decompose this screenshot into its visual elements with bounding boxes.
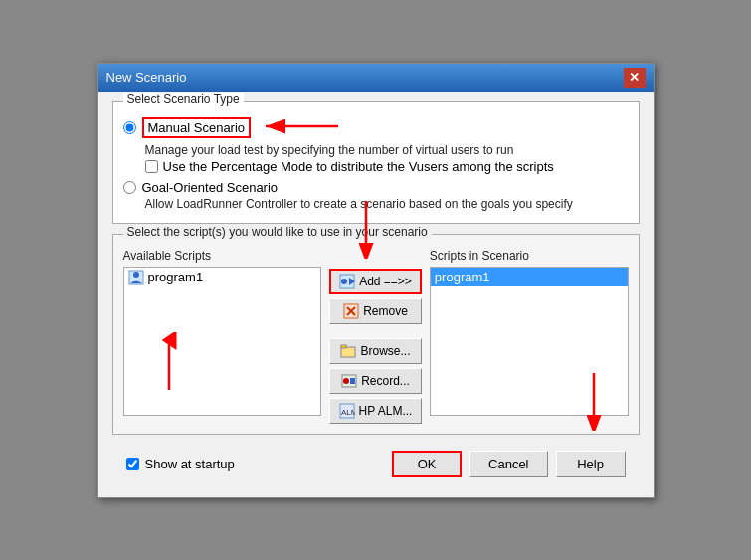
available-scripts-panel: Available Scripts program1 <box>123 249 322 424</box>
help-button[interactable]: Help <box>556 451 626 477</box>
scripts-group-label: Select the script(s) you would like to u… <box>123 225 432 239</box>
scenario-scripts-list[interactable]: program1 <box>430 267 629 416</box>
goal-oriented-radio[interactable] <box>123 181 136 194</box>
close-button[interactable]: ✕ <box>624 68 646 88</box>
scripts-group: Select the script(s) you would like to u… <box>112 234 640 435</box>
scenario-scripts-panel: Scripts in Scenario program1 <box>430 249 629 424</box>
remove-button[interactable]: Remove <box>329 298 422 324</box>
dialog-body: Select Scenario Type Manual Scenario <box>98 92 654 497</box>
ok-button[interactable]: OK <box>392 451 462 477</box>
show-at-startup-checkbox[interactable] <box>126 458 139 470</box>
footer-left: Show at startup <box>126 457 235 471</box>
dialog-title: New Scenario <box>106 70 187 85</box>
svg-point-17 <box>343 378 349 384</box>
browse-icon <box>340 343 356 359</box>
scenario-program1-name: program1 <box>435 270 490 284</box>
available-scripts-list[interactable]: program1 <box>123 267 322 416</box>
percentage-mode-label: Use the Percentage Mode to distribute th… <box>163 159 554 174</box>
svg-point-9 <box>341 279 347 284</box>
goal-oriented-row: Goal-Oriented Scenario <box>123 180 629 195</box>
vuser-icon <box>128 270 144 285</box>
record-icon <box>341 373 357 389</box>
scripts-layout: Available Scripts program1 <box>123 249 629 424</box>
footer: Show at startup OK Cancel Help <box>112 445 640 487</box>
show-at-startup-label: Show at startup <box>145 457 235 471</box>
add-button[interactable]: Add ==>> <box>329 269 422 294</box>
available-label: Available Scripts <box>123 249 322 263</box>
browse-button[interactable]: Browse... <box>329 338 422 364</box>
manual-scenario-label: Manual Scenario <box>142 117 252 138</box>
scenario-label: Scripts in Scenario <box>430 249 629 263</box>
manual-scenario-radio[interactable] <box>123 121 136 134</box>
available-arrow-annotation <box>154 332 184 395</box>
footer-right: OK Cancel Help <box>392 451 625 477</box>
svg-point-3 <box>133 272 139 278</box>
add-icon <box>339 274 355 289</box>
manual-arrow-annotation <box>261 114 340 141</box>
new-scenario-dialog: New Scenario ✕ Select Scenario Type Manu… <box>97 63 655 498</box>
svg-text:ALM: ALM <box>341 408 355 417</box>
hpalm-button[interactable]: ALM HP ALM... <box>329 398 422 424</box>
cancel-button[interactable]: Cancel <box>469 451 547 477</box>
scenario-type-group: Select Scenario Type Manual Scenario <box>112 101 640 224</box>
record-button[interactable]: Record... <box>329 368 422 394</box>
middle-buttons: Add ==>> Remove <box>329 249 422 424</box>
scenario-program1-item[interactable]: program1 <box>431 268 628 286</box>
goal-oriented-label: Goal-Oriented Scenario <box>142 180 279 195</box>
manual-scenario-row: Manual Scenario <box>123 114 629 141</box>
percentage-mode-checkbox[interactable] <box>145 160 158 173</box>
manual-scenario-desc: Manage your load test by specifying the … <box>145 143 629 157</box>
hpalm-icon: ALM <box>339 403 355 419</box>
scenario-type-content: Manual Scenario Manage you <box>123 114 629 211</box>
available-program1-name: program1 <box>148 270 204 284</box>
svg-rect-15 <box>341 345 346 348</box>
available-program1-item[interactable]: program1 <box>124 268 321 287</box>
title-bar: New Scenario ✕ <box>98 64 654 92</box>
scenario-type-label: Select Scenario Type <box>123 93 244 106</box>
percentage-mode-row: Use the Percentage Mode to distribute th… <box>145 159 629 174</box>
goal-oriented-desc: Allow LoadRunner Controller to create a … <box>145 197 629 211</box>
remove-icon <box>343 303 359 319</box>
svg-rect-18 <box>350 378 355 384</box>
